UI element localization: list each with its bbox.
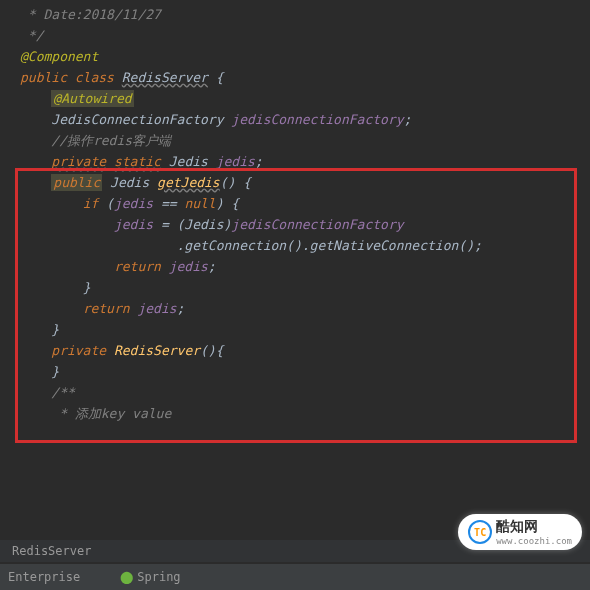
annotation-component: Component <box>28 49 98 64</box>
keyword-public: public <box>20 70 75 85</box>
keyword-return: return <box>83 301 138 316</box>
spring-icon: ⬤ <box>120 570 133 584</box>
status-enterprise[interactable]: Enterprise <box>8 570 80 584</box>
constructor-redisserver: RedisServer <box>114 343 200 358</box>
class-redisserver: RedisServer <box>122 70 208 85</box>
var-jedis: jedis <box>114 217 153 232</box>
field-jedis: jedis <box>216 154 255 169</box>
watermark: TC 酷知网 www.coozhi.com <box>458 514 582 550</box>
javadoc-line: * 添加key value <box>59 406 171 421</box>
field-jedisconnectionfactory: jedisConnectionFactory <box>231 112 403 127</box>
var-jedis: jedis <box>137 301 176 316</box>
comment: */ <box>20 28 43 43</box>
type-jedisconnectionfactory: JedisConnectionFactory <box>51 112 231 127</box>
keyword-if: if <box>83 196 106 211</box>
brace: } <box>83 280 91 295</box>
method-getjedis: getJedis <box>157 175 220 190</box>
watermark-url: www.coozhi.com <box>496 536 572 546</box>
var-jedis: jedis <box>169 259 208 274</box>
keyword-class: class <box>75 70 122 85</box>
watermark-logo-icon: TC <box>468 520 492 544</box>
annotation-at: @ <box>20 49 28 64</box>
annotation-autowired: @Autowired <box>51 90 133 107</box>
keyword-private: private <box>51 154 106 169</box>
keyword-null: null <box>184 196 215 211</box>
comment: * Date:2018/11/27 <box>20 7 161 22</box>
code-editor[interactable]: * Date:2018/11/27 */ @Component public c… <box>0 0 590 428</box>
brace: } <box>51 322 59 337</box>
status-spring[interactable]: ⬤Spring <box>120 570 180 584</box>
keyword-return: return <box>114 259 169 274</box>
brace: } <box>51 364 59 379</box>
keyword-private: private <box>51 343 114 358</box>
keyword-static: static <box>114 154 161 169</box>
status-bar: Enterprise ⬤Spring <box>0 564 590 590</box>
javadoc-start: /** <box>51 385 74 400</box>
keyword-public: public <box>51 174 102 191</box>
brace: { <box>208 70 224 85</box>
method-chain: .getConnection().getNativeConnection(); <box>177 238 482 253</box>
comment-redis-client: //操作redis客户端 <box>51 133 171 148</box>
watermark-name: 酷知网 <box>496 518 572 536</box>
type-jedis: Jedis <box>161 154 216 169</box>
var-jedis: jedis <box>114 196 153 211</box>
breadcrumb-class[interactable]: RedisServer <box>12 544 91 558</box>
type-jedis: Jedis <box>102 175 157 190</box>
var-jedisconnectionfactory: jedisConnectionFactory <box>231 217 403 232</box>
